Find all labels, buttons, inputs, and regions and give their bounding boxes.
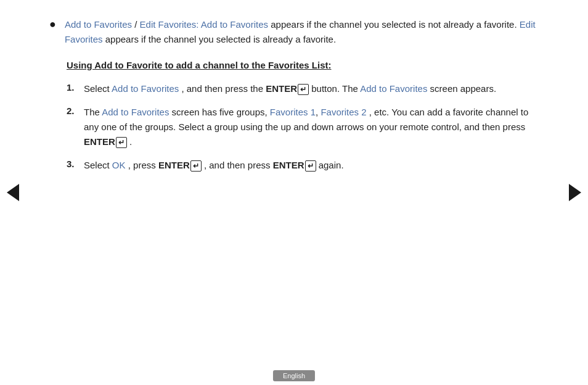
step-3: 3. Select OK , press ENTER↵ , and then p… [67, 158, 539, 173]
step-3-link1[interactable]: OK [112, 160, 126, 170]
step-3-text: Select OK , press ENTER↵ , and then pres… [84, 158, 539, 173]
right-arrow-icon [569, 184, 581, 201]
step-2-text: The Add to Favorites screen has five gro… [84, 105, 539, 149]
step-1-link1[interactable]: Add to Favorites [112, 83, 179, 94]
step-3-enter1-label: ENTER [158, 160, 190, 170]
step-1-number: 1. [67, 82, 84, 93]
step-1-mid: , and then press the [181, 83, 266, 94]
step-2-link2[interactable]: Favorites 1 [270, 107, 316, 117]
step-1: 1. Select Add to Favorites , and then pr… [67, 81, 539, 96]
link-edit-favorites-label[interactable]: Edit Favorites: [140, 19, 199, 30]
step-2-link1[interactable]: Add to Favorites [102, 107, 169, 117]
step-3-number: 3. [67, 159, 84, 169]
step-2-enter-label: ENTER [84, 136, 115, 147]
step-3-enter1-icon: ↵ [190, 160, 202, 172]
bullet-item: ● Add to Favorites / Edit Favorites: Add… [49, 17, 539, 47]
step-1-enter-icon: ↵ [298, 84, 309, 96]
step-1-end: screen appears. [430, 83, 497, 94]
step-1-link2[interactable]: Add to Favorites [360, 83, 427, 94]
nav-left-button[interactable] [6, 180, 20, 205]
step-3-mid2: , and then press [204, 160, 273, 170]
main-content: ● Add to Favorites / Edit Favorites: Add… [0, 0, 588, 194]
bullet-text-1: appears if the channel you selected is n… [271, 19, 520, 30]
step-3-enter2-label: ENTER [273, 160, 304, 170]
step-1-text: Select Add to Favorites , and then press… [84, 81, 539, 96]
bullet-text: Add to Favorites / Edit Favorites: Add t… [65, 17, 539, 47]
step-2-number: 2. [67, 106, 84, 116]
slash-separator: / [134, 19, 139, 30]
nav-right-button[interactable] [568, 180, 582, 205]
left-arrow-icon [7, 184, 19, 201]
footer-language-label: English [273, 370, 315, 381]
link-add-to-favorites-1[interactable]: Add to Favorites [65, 19, 132, 30]
step-2-enter-icon: ↵ [116, 137, 127, 149]
step-2-link3[interactable]: Favorites 2 [321, 107, 366, 117]
subheading: Using Add to Favorite to add a channel t… [67, 58, 539, 73]
bullet-text-2: appears if the channel you selected is a… [105, 34, 336, 44]
footer: English [273, 370, 315, 380]
step-1-mid2: button. The [311, 83, 360, 94]
link-add-to-favorites-2[interactable]: Add to Favorites [201, 19, 268, 30]
step-2-mid: screen has five groups, [172, 107, 270, 117]
step-2-end: . [129, 136, 132, 147]
step-1-enter-label: ENTER [266, 83, 297, 94]
step-2: 2. The Add to Favorites screen has five … [67, 105, 539, 149]
step-3-pre: Select [84, 160, 112, 170]
bullet-dot: ● [49, 18, 56, 31]
step-3-mid: , press [128, 160, 158, 170]
numbered-list: 1. Select Add to Favorites , and then pr… [67, 81, 539, 173]
step-2-pre: The [84, 107, 102, 117]
step-3-end: again. [319, 160, 344, 170]
step-1-pre: Select [84, 83, 112, 94]
step-3-enter2-icon: ↵ [305, 160, 316, 172]
